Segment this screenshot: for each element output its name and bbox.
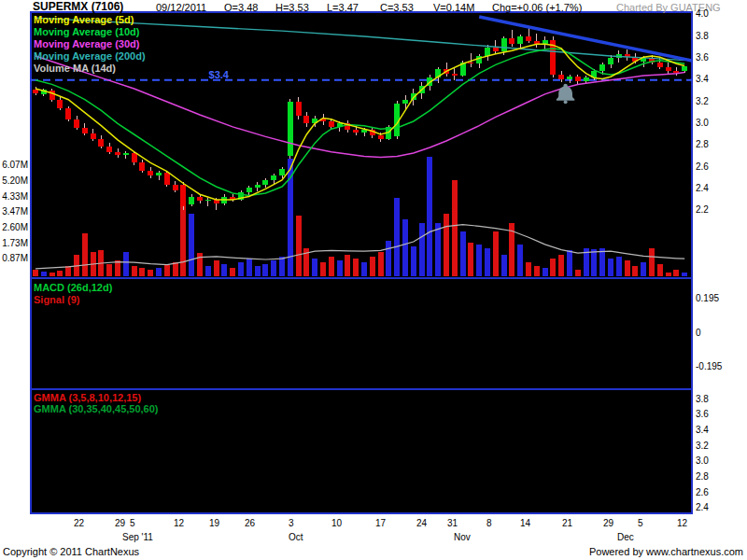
signal-legend-label: Signal (9) bbox=[34, 294, 80, 305]
gmma-axis-label: 3.2 bbox=[696, 441, 709, 451]
quote-low: L=3.47 bbox=[327, 2, 359, 13]
price-axis-label: 4.0 bbox=[696, 8, 709, 19]
date-tick-label: 21 bbox=[562, 518, 572, 528]
volume-axis-label: 4.33M bbox=[0, 191, 28, 202]
date-tick-label: 3 bbox=[289, 518, 294, 528]
gmma-axis-label: 3.8 bbox=[696, 394, 709, 404]
date-tick-label: 24 bbox=[416, 518, 427, 528]
quote-change: Chg=+0.06 (+1.7%) bbox=[492, 2, 582, 13]
volume-axis-label: 5.20M bbox=[0, 175, 28, 186]
price-alert-label[interactable]: $3.4 bbox=[197, 69, 229, 80]
macd-axis-label: 0 bbox=[696, 328, 701, 338]
volume-axis-label: 1.73M bbox=[0, 238, 28, 248]
date-tick-label: 12 bbox=[677, 518, 687, 528]
gmma-axis-label: 2.8 bbox=[696, 471, 709, 482]
chart-svg bbox=[0, 0, 747, 560]
gmma-axis-label: 3.4 bbox=[696, 425, 709, 435]
quote-volume: V=0.14M bbox=[433, 2, 474, 13]
macd-axis-label: 0.195 bbox=[696, 293, 719, 303]
price-axis-label: 3.8 bbox=[696, 31, 709, 41]
legend: Moving Average (5d)Moving Average (10d)M… bbox=[34, 14, 146, 75]
price-axis-label: 3.6 bbox=[696, 52, 709, 63]
quote-open: O=3.48 bbox=[224, 2, 258, 13]
price-axis-label: 2.6 bbox=[696, 161, 709, 172]
date-tick-label: 31 bbox=[447, 518, 458, 528]
macd-legend-label: MACD (26d,12d) bbox=[34, 282, 112, 293]
date-tick-label: 26 bbox=[245, 518, 255, 528]
price-axis-label: 3.2 bbox=[696, 96, 709, 106]
quote-close: C=3.53 bbox=[380, 2, 414, 13]
legend-item: Moving Average (5d) bbox=[34, 14, 146, 26]
month-label: Dec bbox=[617, 532, 634, 542]
symbol-title: SUPERMX (7106) bbox=[33, 0, 123, 13]
month-label: Sep '11 bbox=[122, 532, 153, 542]
gmma-axis-label: 2.4 bbox=[696, 502, 709, 512]
price-axis-label: 3.0 bbox=[696, 118, 709, 128]
gmma-fast-legend-label: GMMA (3,5,8,10,12,15) bbox=[34, 392, 141, 403]
copyright-text: Copyright © 2011 ChartNexus bbox=[3, 546, 139, 557]
chartnexus-window: SUPERMX (7106) 09/12/2011 O=3.48 H=3.53 … bbox=[0, 0, 747, 560]
chart-canvas[interactable] bbox=[0, 0, 747, 560]
legend-item: Moving Average (30d) bbox=[34, 38, 146, 50]
volume-axis-label: 0.87M bbox=[0, 253, 28, 263]
legend-item: Moving Average (10d) bbox=[34, 26, 146, 38]
date-tick-label: 5 bbox=[130, 518, 135, 528]
month-label: Oct bbox=[289, 532, 303, 542]
volume-axis-label: 3.47M bbox=[0, 206, 28, 217]
quote-date: 09/12/2011 bbox=[156, 2, 206, 13]
date-tick-label: 12 bbox=[174, 518, 184, 528]
price-axis-label: 2.8 bbox=[696, 139, 709, 149]
date-tick-label: 22 bbox=[74, 518, 84, 528]
legend-item: Volume MA (14d) bbox=[34, 63, 146, 75]
date-tick-label: 10 bbox=[331, 518, 342, 528]
gmma-slow-legend-label: GMMA (30,35,40,45,50,60) bbox=[34, 403, 159, 414]
gmma-axis-label: 2.6 bbox=[696, 487, 709, 497]
date-tick-label: 5 bbox=[638, 518, 643, 528]
price-axis-label: 2.2 bbox=[696, 204, 709, 215]
macd-axis-label: -0.195 bbox=[696, 361, 722, 371]
gmma-axis-label: 3.0 bbox=[696, 455, 709, 466]
quote-high: H=3.53 bbox=[275, 2, 309, 13]
gmma-axis-label: 3.6 bbox=[696, 409, 709, 419]
volume-axis-label: 6.07M bbox=[0, 160, 28, 170]
date-tick-label: 19 bbox=[209, 518, 219, 528]
price-axis-label: 3.4 bbox=[696, 74, 709, 84]
date-tick-label: 8 bbox=[486, 518, 492, 528]
powered-by-link[interactable]: Powered by www.chartnexus.com bbox=[589, 546, 743, 557]
date-tick-label: 29 bbox=[115, 518, 125, 528]
date-tick-label: 17 bbox=[375, 518, 386, 528]
legend-item: Moving Average (200d) bbox=[34, 50, 146, 63]
date-tick-label: 14 bbox=[520, 518, 530, 528]
volume-axis-label: 2.60M bbox=[0, 222, 28, 232]
price-axis-label: 2.4 bbox=[696, 183, 709, 193]
date-tick-label: 29 bbox=[603, 518, 613, 528]
month-label: Nov bbox=[454, 532, 471, 542]
